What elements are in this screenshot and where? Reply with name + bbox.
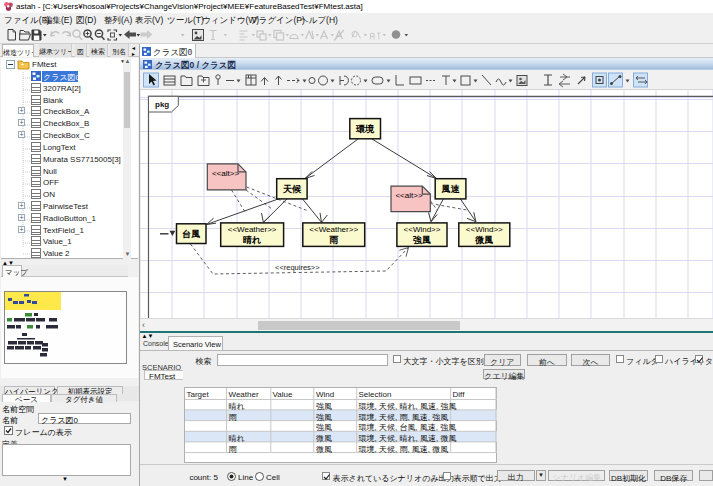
svg-text:環境: 環境 [355, 124, 375, 134]
svg-text:<<Wind>>: <<Wind>> [404, 225, 441, 234]
svg-text:天候: 天候 [282, 184, 302, 194]
svg-text:台風: 台風 [182, 229, 200, 239]
svg-text:<<requires>>: <<requires>> [275, 263, 320, 272]
svg-text:<<Weather>>: <<Weather>> [309, 225, 358, 234]
svg-text:風速: 風速 [441, 184, 461, 194]
svg-text:雨: 雨 [329, 235, 338, 245]
svg-text:晴れ: 晴れ [243, 235, 261, 245]
svg-text:pkg: pkg [155, 100, 169, 109]
svg-text:<<alt>>: <<alt>> [395, 191, 422, 200]
svg-text:<<alt>>: <<alt>> [212, 169, 239, 178]
svg-text:<<Weather>>: <<Weather>> [228, 225, 277, 234]
svg-text:強風: 強風 [413, 235, 431, 245]
svg-text:<<Wind>>: <<Wind>> [466, 225, 503, 234]
svg-text:微風: 微風 [474, 235, 493, 245]
